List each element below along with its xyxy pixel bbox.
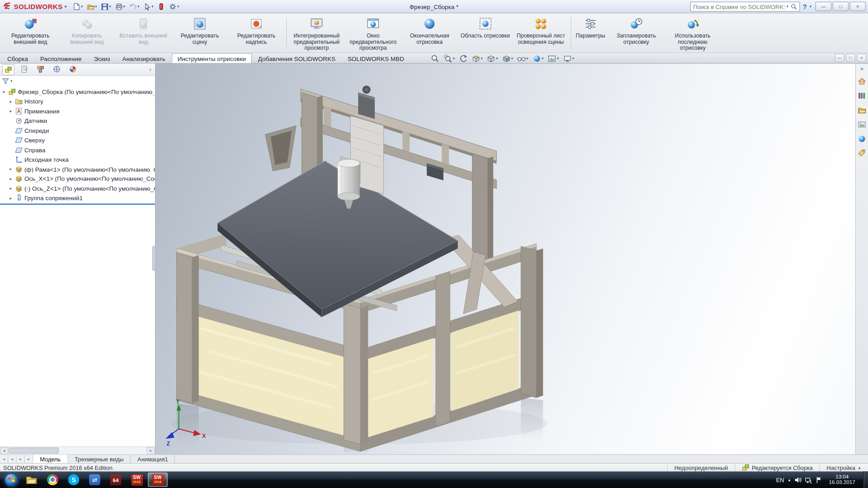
tab-animation1[interactable]: Анимация1	[131, 455, 175, 463]
edit-appearance-button[interactable]: Редактировать внешний вид	[2, 14, 59, 52]
tab-property-manager[interactable]	[18, 64, 30, 75]
search-icon[interactable]	[791, 3, 797, 10]
design-library-icon[interactable]	[857, 91, 867, 100]
dropdown-icon[interactable]: ▾	[81, 4, 83, 9]
search-input[interactable]	[693, 3, 784, 10]
tree-item-right-plane[interactable]: Справа	[0, 145, 155, 155]
taskbar-solidworks-button[interactable]: SW2016	[127, 473, 146, 487]
select-button[interactable]: ▾	[142, 1, 155, 12]
render-options-button[interactable]: Параметры	[573, 14, 608, 52]
solidworks-resources-icon[interactable]	[857, 76, 867, 86]
tab-dimxpert-manager[interactable]	[50, 64, 62, 75]
tree-item-annotations[interactable]: ▸Примечания	[0, 106, 155, 116]
file-explorer-icon[interactable]	[857, 105, 867, 115]
network-icon[interactable]	[805, 476, 812, 483]
3d-model-cnc-router[interactable]: Y X Z	[156, 64, 855, 454]
expand-arrow-icon[interactable]: ▸	[8, 167, 13, 172]
rollback-bar[interactable]	[0, 204, 155, 205]
rebuild-button[interactable]	[156, 1, 166, 12]
tree-item-sensors[interactable]: Датчики	[0, 116, 155, 126]
taskbar-clock[interactable]: 13:04 16.03.2017	[826, 474, 858, 486]
custom-properties-icon[interactable]	[857, 148, 867, 158]
filter-icon[interactable]	[2, 77, 9, 85]
undo-button[interactable]: ▾	[127, 1, 141, 12]
dropdown-icon[interactable]: ▾	[481, 56, 482, 61]
graphics-area[interactable]: Y X Z	[156, 64, 855, 454]
menu-flyout-icon[interactable]: ▸	[65, 4, 67, 9]
dropdown-icon[interactable]: ▾	[177, 4, 179, 9]
doc-restore-button[interactable]: □	[846, 54, 855, 62]
edit-scene-button[interactable]: Редактировать сцену	[172, 14, 228, 52]
volume-icon[interactable]	[795, 476, 802, 483]
dropdown-icon[interactable]: ▾	[137, 4, 139, 9]
tab-feature-manager[interactable]	[2, 64, 14, 75]
nav-next-icon[interactable]: ▸	[17, 455, 25, 463]
paste-appearance-button[interactable]: Вставить внешний вид	[115, 14, 172, 52]
taskbar-sync-app-button[interactable]: ⇄	[85, 473, 104, 487]
tab-evaluate[interactable]: Анализировать	[116, 53, 171, 63]
display-style-icon[interactable]: ▾	[502, 54, 513, 63]
panel-expand-icon[interactable]: ›	[149, 66, 153, 72]
zoom-area-icon[interactable]: ▾	[443, 54, 455, 63]
tab-solidworks-mbd[interactable]: SOLIDWORKS MBD	[341, 53, 410, 63]
scroll-left-button[interactable]: ◂	[0, 447, 8, 454]
print-button[interactable]: ▾	[113, 1, 127, 12]
options-button[interactable]: ▾	[167, 1, 181, 12]
panel-splitter-grip[interactable]	[152, 246, 156, 271]
tab-solidworks-addins[interactable]: Добавления SOLIDWORKS	[252, 53, 341, 63]
copy-appearance-button[interactable]: Копировать внешний вид	[59, 14, 115, 52]
help-dropdown-icon[interactable]: ▾	[810, 4, 811, 9]
dropdown-icon[interactable]: ▾	[557, 56, 559, 61]
save-button[interactable]: ▾	[99, 1, 113, 12]
appearances-scenes-icon[interactable]	[857, 134, 867, 143]
close-button[interactable]: ×	[850, 2, 866, 11]
open-document-button[interactable]: ▾	[85, 1, 99, 12]
dropdown-icon[interactable]: ▾	[496, 56, 498, 61]
zoom-fit-icon[interactable]	[431, 54, 440, 63]
tree-item-component-os-z[interactable]: ▸(-) Ось_Z<1> (По умолчанию<По умолчанию…	[0, 184, 155, 193]
previous-view-icon[interactable]	[459, 54, 468, 63]
filter-dropdown-icon[interactable]: ▾	[10, 79, 12, 83]
tab-assembly[interactable]: Сборка	[1, 53, 34, 63]
minimize-button[interactable]: —	[816, 2, 832, 11]
expand-arrow-icon[interactable]: ▸	[2, 89, 7, 94]
hide-show-items-icon[interactable]: ▾	[517, 54, 528, 63]
tab-layout[interactable]: Расположение	[34, 53, 88, 63]
final-render-button[interactable]: Окончательная отрисовка	[401, 14, 458, 52]
expand-arrow-icon[interactable]: ▸	[8, 196, 13, 201]
doc-close-button[interactable]: ×	[857, 54, 867, 62]
edit-appearance-hud-icon[interactable]: ▾	[532, 54, 543, 63]
new-document-button[interactable]: ▾	[71, 1, 85, 12]
tab-render-tools[interactable]: Инструменты отрисовки	[171, 53, 252, 63]
task-pane-expand-icon[interactable]: «	[860, 66, 863, 71]
tab-sketch[interactable]: Эскиз	[88, 53, 116, 63]
tree-item-component-os-x[interactable]: ▸Ось_X<1> (По умолчанию<По умолчанию_Сос…	[0, 174, 155, 183]
dropdown-icon[interactable]: ▾	[453, 56, 455, 61]
expand-arrow-icon[interactable]: ▸	[8, 176, 13, 181]
scrollbar-thumb[interactable]	[9, 448, 59, 454]
dropdown-icon[interactable]: ▾	[123, 4, 125, 9]
tab-3d-views[interactable]: Трехмерные виды	[68, 455, 131, 463]
show-hidden-icons-button[interactable]: ▲	[788, 478, 791, 482]
tab-display-manager[interactable]	[66, 64, 79, 75]
nav-prev-icon[interactable]: ◂	[8, 455, 16, 463]
taskbar-64-app-button[interactable]: 64	[106, 473, 126, 487]
render-region-button[interactable]: Область отрисовки	[458, 14, 513, 52]
tree-item-assembly-root[interactable]: ▸Фрезер_Сборка (По умолчанию<По умолчани…	[0, 87, 155, 96]
dropdown-icon[interactable]: ▾	[151, 4, 153, 9]
expand-arrow-icon[interactable]: ▸	[8, 186, 13, 191]
custom-mode-button[interactable]: Настройка▲	[820, 464, 868, 471]
expand-arrow-icon[interactable]: ▸	[8, 99, 13, 104]
view-palette-icon[interactable]	[857, 119, 867, 129]
nav-last-icon[interactable]: ▸	[25, 455, 33, 463]
scrollbar-track[interactable]	[9, 448, 146, 454]
apply-scene-icon[interactable]: ▾	[547, 54, 559, 63]
taskbar-skype-button[interactable]: S	[64, 473, 84, 487]
help-button[interactable]: ?	[803, 3, 807, 10]
dropdown-icon[interactable]: ▾	[95, 4, 97, 9]
tree-item-top-plane[interactable]: Сверху	[0, 135, 155, 145]
view-settings-icon[interactable]: ▾	[563, 54, 574, 63]
tree-item-component-rama[interactable]: ▸(ф) Рама<1> (По умолчанию<По умолчанию_…	[0, 164, 155, 174]
edit-decal-button[interactable]: Редактировать надпись	[228, 14, 284, 52]
language-indicator[interactable]: EN	[776, 476, 784, 483]
